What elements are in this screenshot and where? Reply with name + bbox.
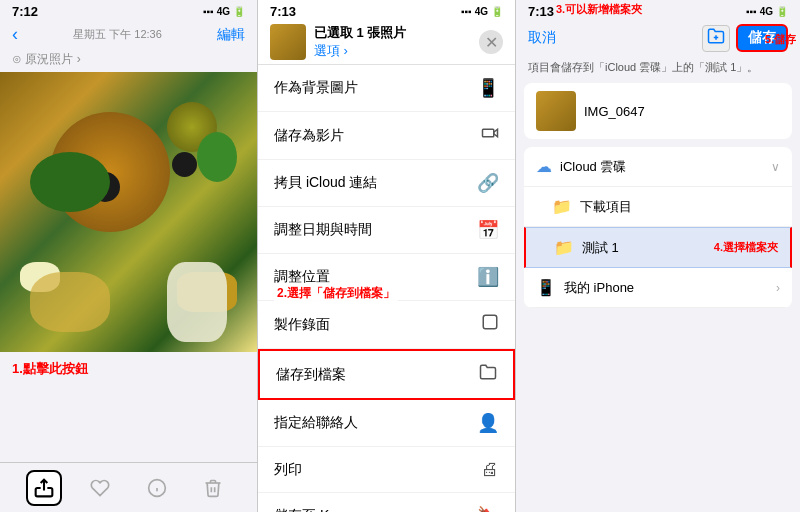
signal-icon-3: ▪▪▪ [746, 6, 757, 17]
date-subtitle: 星期五 下午 12:36 [73, 27, 162, 42]
bookmark-icon: 🔖 [477, 505, 499, 512]
album-label: ⊙ 原況照片 › [0, 51, 257, 72]
signal-icon-2: ▪▪▪ [461, 6, 472, 17]
info-icon: ℹ️ [477, 266, 499, 288]
video-icon [481, 124, 499, 147]
menu-label-savevideo: 儲存為影片 [274, 127, 344, 145]
heart-button[interactable] [82, 470, 118, 506]
status-icons-1: ▪▪▪ 4G 🔋 [203, 6, 245, 17]
trash-button[interactable] [195, 470, 231, 506]
annotation-3-top: 3.可以新增檔案夾 [556, 2, 642, 17]
menu-label-background: 作為背景圖片 [274, 79, 358, 97]
folder-icon-menu [479, 363, 497, 386]
p2-header-left: 已選取 1 張照片 選項 › [270, 24, 406, 60]
battery-icon-1: 🔋 [233, 6, 245, 17]
menu-label-icloud: 拷貝 iCloud 連結 [274, 174, 377, 192]
annotation-2: 2.選擇「儲存到檔案」 [274, 284, 398, 303]
test1-label: 測試 1 [582, 239, 706, 257]
new-folder-button[interactable] [702, 25, 730, 52]
svg-rect-6 [483, 315, 497, 329]
status-icons-3: ▪▪▪ 4G 🔋 [746, 6, 788, 17]
tree-item-icloud[interactable]: ☁ iCloud 雲碟 ∨ [524, 147, 792, 187]
file-row: IMG_0647 [524, 83, 792, 139]
menu-item-contact[interactable]: 指定給聯絡人 👤 [258, 400, 515, 447]
icloud-label: iCloud 雲碟 [560, 158, 763, 176]
iphone-label: 我的 iPhone [564, 279, 768, 297]
annotation-4-folder: 4.選擇檔案夾 [714, 240, 778, 255]
edit-button[interactable]: 編輯 [217, 26, 245, 44]
downloads-folder-icon: 📁 [552, 197, 572, 216]
menu-item-print[interactable]: 列印 🖨 [258, 447, 515, 493]
menu-item-icloud[interactable]: 拷貝 iCloud 連結 🔗 [258, 160, 515, 207]
menu-item-livephoto[interactable]: 製作錄面 [258, 301, 515, 349]
selected-count: 已選取 1 張照片 [314, 24, 406, 42]
file-thumbnail [536, 91, 576, 131]
p1-header: ‹ 星期五 下午 12:36 編輯 [0, 22, 257, 51]
annotation-5-save: 5.儲存 [765, 32, 796, 47]
iphone-icon: 📱 [536, 278, 556, 297]
panel-1: 7:12 ▪▪▪ 4G 🔋 ‹ 星期五 下午 12:36 編輯 ⊙ 原況照片 ›… [0, 0, 258, 512]
panel-2: 7:13 ▪▪▪ 4G 🔋 已選取 1 張照片 選項 › ✕ 作為背景圖片 📱 [258, 0, 516, 512]
time-2: 7:13 [270, 4, 296, 19]
food-image [0, 72, 257, 352]
share-button[interactable] [26, 470, 62, 506]
tree-item-test1[interactable]: 📁 測試 1 4.選擇檔案夾 [524, 227, 792, 268]
options-label[interactable]: 選項 › [314, 42, 348, 60]
file-name: IMG_0647 [584, 104, 645, 119]
battery-icon-3: 🔋 [776, 6, 788, 17]
close-button[interactable]: ✕ [479, 30, 503, 54]
menu-label-date: 調整日期與時間 [274, 221, 372, 239]
status-bar-2: 7:13 ▪▪▪ 4G 🔋 [258, 0, 515, 22]
cancel-button[interactable]: 取消 [528, 29, 556, 47]
menu-item-savevideo[interactable]: 儲存為影片 [258, 112, 515, 160]
p2-text: 已選取 1 張照片 選項 › [314, 24, 406, 60]
battery-icon-2: 🔋 [491, 6, 503, 17]
spacer-1 [0, 386, 257, 462]
photo-thumbnail [270, 24, 306, 60]
menu-item-date[interactable]: 調整日期與時間 📅 [258, 207, 515, 254]
menu-item-keep[interactable]: 儲存至 Keep 🔖 [258, 493, 515, 512]
p2-header: 已選取 1 張照片 選項 › ✕ [258, 22, 515, 64]
menu-item-background[interactable]: 作為背景圖片 📱 [258, 65, 515, 112]
options-row[interactable]: 選項 › [314, 42, 406, 60]
menu-label-contact: 指定給聯絡人 [274, 414, 358, 432]
chevron-icloud: ∨ [771, 160, 780, 174]
link-icon: 🔗 [477, 172, 499, 194]
network-icon-3: 4G [760, 6, 773, 17]
time-3: 7:13 [528, 4, 554, 19]
test1-folder-icon: 📁 [554, 238, 574, 257]
p3-header: 取消 儲存 [516, 22, 800, 58]
panel-3: 3.可以新增檔案夾 7:13 ▪▪▪ 4G 🔋 取消 儲存 5.儲存 項目會儲存… [516, 0, 800, 512]
annotation-1: 1.點擊此按鈕 [0, 352, 257, 386]
menu-label-print: 列印 [274, 461, 302, 479]
p1-toolbar [0, 462, 257, 512]
phone-icon: 📱 [477, 77, 499, 99]
network-icon-1: 4G [217, 6, 230, 17]
menu-label-livephoto: 製作錄面 [274, 316, 330, 334]
food-olive-2 [172, 152, 197, 177]
icloud-icon: ☁ [536, 157, 552, 176]
food-grain [30, 272, 110, 332]
status-icons-2: ▪▪▪ 4G 🔋 [461, 6, 503, 17]
save-info-text: 項目會儲存到「iCloud 雲碟」上的「測試 1」。 [516, 58, 800, 83]
file-tree: ☁ iCloud 雲碟 ∨ 📁 下載項目 📁 測試 1 4.選擇檔案夾 📱 我的… [524, 147, 792, 308]
calendar-icon: 📅 [477, 219, 499, 241]
status-bar-1: 7:12 ▪▪▪ 4G 🔋 [0, 0, 257, 22]
food-green [197, 132, 237, 182]
signal-icon-1: ▪▪▪ [203, 6, 214, 17]
downloads-label: 下載項目 [580, 198, 780, 216]
back-button[interactable]: ‹ [12, 24, 18, 45]
menu-item-savefile[interactable]: 儲存到檔案 [258, 349, 515, 400]
print-icon: 🖨 [481, 459, 499, 480]
svg-rect-4 [483, 129, 494, 137]
info-button[interactable] [139, 470, 175, 506]
tree-item-downloads[interactable]: 📁 下載項目 [524, 187, 792, 227]
menu-container: 作為背景圖片 📱 儲存為影片 拷貝 iCloud 連結 🔗 調整日期與時間 📅 [258, 64, 515, 512]
tree-item-iphone[interactable]: 📱 我的 iPhone › [524, 268, 792, 308]
menu-label-keep: 儲存至 Keep [274, 507, 353, 512]
livephoto-icon [481, 313, 499, 336]
contact-icon: 👤 [477, 412, 499, 434]
chevron-iphone: › [776, 281, 780, 295]
food-olive [90, 172, 120, 202]
time-1: 7:12 [12, 4, 38, 19]
